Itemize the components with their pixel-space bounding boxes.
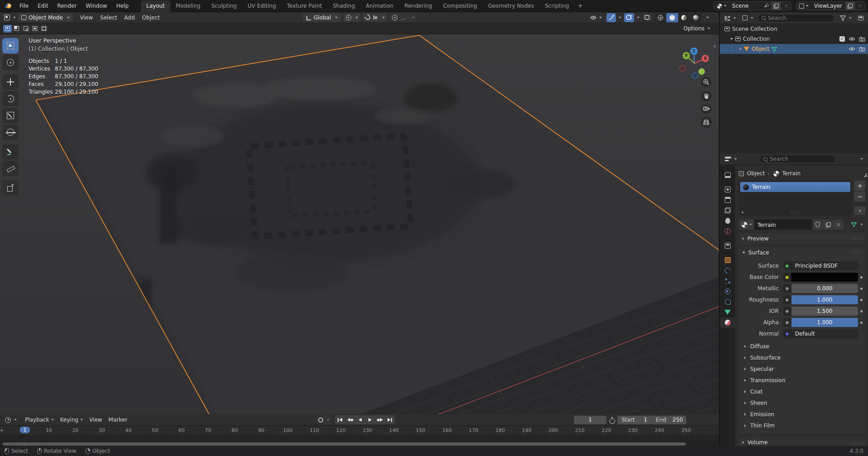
object-expand-icon[interactable] bbox=[740, 48, 742, 50]
next-keyframe-button[interactable] bbox=[375, 415, 385, 424]
tab-view-layer-properties[interactable] bbox=[720, 205, 735, 216]
channel-collapse-arrow[interactable]: ▸ bbox=[1, 427, 3, 432]
scrollbar-thumb[interactable] bbox=[3, 442, 686, 446]
roughness-socket[interactable] bbox=[783, 295, 791, 304]
new-scene-button[interactable] bbox=[771, 2, 781, 10]
breadcrumb-material[interactable]: Terrain bbox=[782, 170, 801, 177]
tab-object-properties[interactable] bbox=[720, 255, 735, 265]
tab-physics-properties[interactable] bbox=[720, 286, 735, 297]
menu-window[interactable]: Window bbox=[82, 2, 111, 10]
select-box-tool[interactable] bbox=[2, 38, 19, 53]
move-tool[interactable] bbox=[2, 74, 19, 90]
tab-collection-properties[interactable] bbox=[720, 240, 735, 251]
subpanel-sheen[interactable]: Sheen bbox=[740, 397, 864, 408]
outliner-display-mode-button[interactable] bbox=[722, 14, 738, 22]
properties-search-input[interactable] bbox=[770, 156, 832, 162]
snap-magnet-icon[interactable] bbox=[364, 14, 372, 21]
unlink-material-button[interactable]: × bbox=[833, 220, 844, 230]
subpanel-specular[interactable]: Specular bbox=[740, 363, 864, 374]
subpanel-subsurface[interactable]: Subsurface bbox=[740, 352, 864, 363]
subpanel-diffuse[interactable]: Diffuse bbox=[740, 341, 864, 352]
gizmo-x-neg-axis[interactable] bbox=[679, 65, 686, 72]
play-button[interactable] bbox=[365, 415, 375, 424]
outliner-row-collection[interactable]: Collection ✓ bbox=[720, 34, 868, 44]
subpanel-coat[interactable]: Coat bbox=[740, 386, 864, 397]
timeline-menu-view[interactable]: View bbox=[86, 416, 105, 424]
timeline-menu-marker[interactable]: Marker bbox=[105, 416, 130, 424]
sidebar-collapse-arrow[interactable]: ‹ bbox=[713, 43, 716, 49]
tab-scene-properties[interactable] bbox=[720, 216, 735, 226]
subpanel-thin-film[interactable]: Thin Film bbox=[740, 420, 864, 431]
properties-options-dropdown[interactable] bbox=[856, 157, 865, 161]
workspace-tab-rendering[interactable]: Rendering bbox=[399, 0, 437, 12]
normal-field[interactable]: Default bbox=[791, 329, 858, 338]
list-expand-icon[interactable] bbox=[742, 211, 744, 214]
subpanel-emission[interactable]: Emission bbox=[740, 408, 864, 420]
viewport-menu-select[interactable]: Select bbox=[97, 14, 121, 22]
snap-settings[interactable] bbox=[363, 13, 387, 22]
current-frame-field[interactable]: 1 bbox=[574, 416, 606, 424]
scene-icon[interactable] bbox=[714, 2, 729, 10]
base-color-socket[interactable] bbox=[783, 273, 791, 282]
alpha-socket[interactable] bbox=[783, 318, 791, 327]
workspace-tab-sculpting[interactable]: Sculpting bbox=[206, 0, 242, 12]
tab-world-properties[interactable] bbox=[720, 226, 735, 236]
menu-render[interactable]: Render bbox=[53, 2, 81, 10]
material-slot-item[interactable]: Terrain bbox=[740, 182, 850, 192]
proportional-editing-icon[interactable] bbox=[392, 15, 398, 20]
camera-view-button[interactable] bbox=[701, 103, 712, 114]
view-layer-icon[interactable] bbox=[796, 2, 811, 10]
tab-data-properties[interactable] bbox=[720, 307, 735, 317]
zoom-view-button[interactable] bbox=[701, 77, 712, 87]
toggle-ortho-button[interactable] bbox=[701, 117, 712, 128]
timeline-menu-playback[interactable]: Playback bbox=[22, 416, 57, 424]
menu-file[interactable]: File bbox=[15, 2, 33, 10]
workspace-tab-geometry-nodes[interactable]: Geometry Nodes bbox=[483, 0, 539, 12]
navigation-gizmo[interactable]: Z Y X bbox=[676, 45, 713, 82]
collection-checkbox[interactable]: ✓ bbox=[839, 36, 845, 42]
transform-tool[interactable] bbox=[2, 125, 19, 140]
list-resize-grip[interactable]: :::: bbox=[790, 211, 800, 215]
metallic-socket[interactable] bbox=[783, 284, 791, 293]
frame-start-field[interactable]: Start1 bbox=[617, 416, 652, 424]
volume-panel-header[interactable]: Volume :::: bbox=[739, 437, 865, 446]
select-mode-intersect-button[interactable] bbox=[39, 25, 48, 33]
outliner-search[interactable] bbox=[757, 14, 834, 22]
select-mode-extend-button[interactable] bbox=[12, 25, 21, 33]
shading-rendered-button[interactable] bbox=[690, 13, 702, 22]
outliner-search-input[interactable] bbox=[768, 15, 830, 21]
xray-toggle[interactable] bbox=[642, 13, 652, 22]
show-object-types-button[interactable] bbox=[588, 13, 604, 22]
show-overlays-toggle[interactable] bbox=[624, 13, 634, 22]
subpanel-transmission[interactable]: Transmission bbox=[740, 374, 864, 386]
timeline-menu-keying[interactable]: Keying bbox=[57, 416, 86, 424]
shading-material-button[interactable] bbox=[678, 13, 690, 22]
collection-render-camera-icon[interactable] bbox=[859, 37, 865, 42]
proportional-editing[interactable] bbox=[390, 13, 417, 22]
frame-end-field[interactable]: End250 bbox=[652, 416, 686, 424]
properties-search[interactable] bbox=[759, 155, 836, 163]
outliner-filter-button[interactable] bbox=[838, 14, 854, 22]
options-button[interactable]: Options bbox=[681, 24, 713, 33]
select-mode-invert-button[interactable] bbox=[30, 25, 39, 33]
tab-constraints-properties[interactable] bbox=[720, 297, 735, 307]
workspace-tab-texture-paint[interactable]: Texture Paint bbox=[281, 0, 327, 12]
shading-options-dropdown[interactable] bbox=[706, 17, 709, 19]
new-material-button[interactable] bbox=[823, 220, 833, 230]
slot-specials-button[interactable] bbox=[854, 206, 865, 215]
normal-socket[interactable] bbox=[783, 329, 791, 338]
view-layer-selector[interactable]: ViewLayer × bbox=[796, 1, 865, 10]
viewport-menu-object[interactable]: Object bbox=[138, 14, 163, 22]
gizmo-z-axis[interactable]: Z bbox=[690, 48, 698, 55]
jump-to-end-button[interactable] bbox=[385, 415, 395, 424]
base-color-swatch[interactable] bbox=[791, 273, 858, 282]
scene-selector[interactable]: Scene × bbox=[714, 1, 791, 10]
jump-to-start-button[interactable] bbox=[335, 415, 345, 424]
pan-view-button[interactable] bbox=[701, 91, 712, 101]
annotate-tool[interactable] bbox=[2, 144, 19, 159]
shader-socket[interactable] bbox=[783, 261, 791, 270]
object-render-camera-icon[interactable] bbox=[859, 47, 865, 52]
tab-modifiers-properties[interactable] bbox=[720, 265, 735, 276]
gizmo-z-neg-axis[interactable] bbox=[692, 72, 698, 79]
remove-view-layer-button[interactable]: × bbox=[855, 2, 865, 10]
